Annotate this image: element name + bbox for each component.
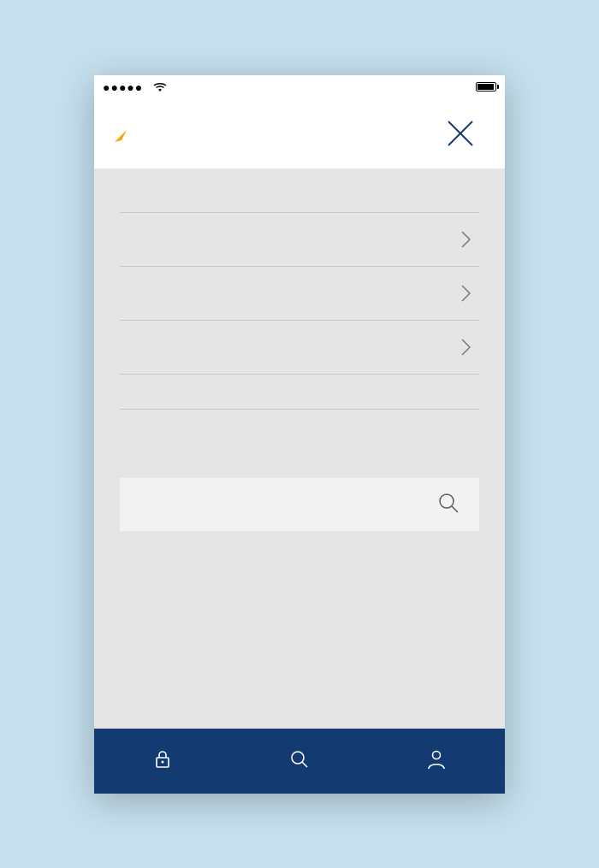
svg-point-6	[292, 752, 304, 764]
chevron-right-icon	[460, 338, 472, 357]
menu-item-fonds[interactable]	[120, 266, 479, 320]
bottom-contact[interactable]	[368, 748, 505, 774]
menu-item-news[interactable]	[120, 374, 479, 409]
menu-list	[120, 212, 479, 444]
logo-accent-icon	[113, 128, 128, 147]
search-icon	[436, 491, 460, 518]
close-button[interactable]	[442, 115, 479, 152]
search-icon	[288, 748, 311, 771]
bottom-login[interactable]	[94, 748, 231, 774]
status-left: ●●●●●	[103, 80, 167, 94]
menu-item-produkte[interactable]	[120, 212, 479, 266]
menu-item-vertriebspartner[interactable]	[120, 409, 479, 444]
bottom-bar	[94, 729, 505, 794]
chevron-right-icon	[460, 230, 472, 249]
wifi-icon	[153, 82, 167, 92]
battery-icon	[476, 82, 496, 92]
lock-icon	[151, 748, 174, 771]
svg-point-8	[433, 751, 441, 759]
svg-point-5	[162, 760, 164, 763]
chevron-right-icon	[460, 284, 472, 303]
app-header	[94, 99, 505, 169]
bottom-search[interactable]	[231, 748, 368, 774]
close-icon	[443, 116, 477, 151]
phone-frame: ●●●●●	[94, 75, 505, 794]
svg-line-7	[302, 762, 307, 767]
svg-line-3	[452, 506, 458, 512]
svg-point-2	[440, 494, 454, 508]
search-input[interactable]	[139, 494, 436, 514]
search-field[interactable]	[120, 478, 479, 531]
status-bar: ●●●●●	[94, 75, 505, 99]
menu-item-ueber-uns[interactable]	[120, 320, 479, 374]
menu-area	[94, 169, 505, 729]
signal-dots-icon: ●●●●●	[103, 80, 143, 94]
person-icon	[425, 748, 448, 771]
